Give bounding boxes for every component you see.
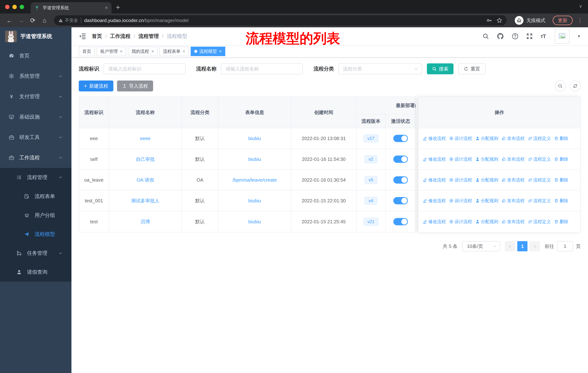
sidebar-fold-icon[interactable] xyxy=(79,33,86,40)
next-page-button[interactable]: › xyxy=(530,241,540,251)
version-badge[interactable]: v4 xyxy=(365,197,377,205)
op-删除[interactable]: 删除 xyxy=(554,177,568,183)
op-流程定义[interactable]: 流程定义 xyxy=(528,135,551,141)
model-name-link[interactable]: 自己审批 xyxy=(136,156,155,162)
op-发布流程[interactable]: 发布流程 xyxy=(502,156,525,162)
bookmark-star-icon[interactable] xyxy=(496,18,502,23)
op-删除[interactable]: 删除 xyxy=(554,135,568,141)
op-修改流程[interactable]: 修改流程 xyxy=(423,156,446,162)
active-toggle[interactable] xyxy=(393,135,408,142)
create-model-button[interactable]: + 新建流程 xyxy=(79,81,113,91)
help-icon[interactable] xyxy=(512,33,519,40)
op-设计流程[interactable]: 设计流程 xyxy=(449,177,472,183)
sidebar-item-工作流程[interactable]: 工作流程 xyxy=(0,148,72,168)
form-link[interactable]: biubiu xyxy=(248,136,261,141)
sidebar-item-流程表单[interactable]: 流程表单 xyxy=(0,187,72,206)
version-badge[interactable]: v17 xyxy=(363,134,378,143)
address-bar[interactable]: 不安全 dashboard.yudao.iocoder.cn/bpm/manag… xyxy=(54,15,507,26)
new-tab-button[interactable]: + xyxy=(116,3,120,11)
reset-button[interactable]: 重置 xyxy=(458,63,486,74)
search-icon[interactable] xyxy=(483,33,489,40)
op-删除[interactable]: 删除 xyxy=(554,198,568,204)
op-发布流程[interactable]: 发布流程 xyxy=(502,198,525,204)
back-icon[interactable]: ← xyxy=(4,15,15,26)
home-icon[interactable]: ⌂ xyxy=(39,15,50,26)
version-badge[interactable]: v5 xyxy=(365,176,377,184)
page-tag-我的流程[interactable]: 我的流程× xyxy=(128,47,158,56)
op-分配规则[interactable]: 分配规则 xyxy=(475,156,498,162)
page-tag-流程模型[interactable]: 流程模型× xyxy=(191,47,225,56)
close-window-button[interactable] xyxy=(5,5,10,9)
op-修改流程[interactable]: 修改流程 xyxy=(423,177,446,183)
tag-close-icon[interactable]: × xyxy=(183,49,185,54)
font-size-icon[interactable]: тT xyxy=(540,33,546,39)
sidebar-logo[interactable]: 芋道管理系统 xyxy=(0,27,72,46)
security-warning[interactable]: 不安全 xyxy=(58,18,78,23)
form-link[interactable]: biubiu xyxy=(248,156,261,162)
op-设计流程[interactable]: 设计流程 xyxy=(449,219,472,225)
sidebar-item-请假查询[interactable]: 请假查询 xyxy=(0,263,72,282)
op-修改流程[interactable]: 修改流程 xyxy=(423,198,446,204)
op-流程定义[interactable]: 流程定义 xyxy=(528,177,551,183)
tab-close-icon[interactable]: × xyxy=(105,5,108,10)
page-tag-首页[interactable]: 首页 xyxy=(79,47,95,56)
maximize-window-button[interactable] xyxy=(20,5,24,9)
tag-close-icon[interactable]: × xyxy=(151,49,154,54)
tab-search-caret-icon[interactable]: ∨ xyxy=(579,4,582,9)
op-分配规则[interactable]: 分配规则 xyxy=(475,177,498,183)
op-设计流程[interactable]: 设计流程 xyxy=(449,198,472,204)
tag-close-icon[interactable]: × xyxy=(219,49,222,54)
sidebar-item-任务管理[interactable]: 任务管理 xyxy=(0,244,72,263)
prev-page-button[interactable]: ‹ xyxy=(505,241,515,251)
op-分配规则[interactable]: 分配规则 xyxy=(475,198,498,204)
op-修改流程[interactable]: 修改流程 xyxy=(423,219,446,225)
sidebar-item-基础设施[interactable]: 基础设施 xyxy=(0,107,72,127)
version-badge[interactable]: v2 xyxy=(365,155,377,163)
sidebar-item-用户分组[interactable]: 用户分组 xyxy=(0,206,72,225)
sidebar-item-研发工具[interactable]: 研发工具 xyxy=(0,127,72,148)
sidebar-item-流程模型[interactable]: 流程模型 xyxy=(0,225,72,244)
model-name-link[interactable]: eeee xyxy=(140,136,151,141)
forward-icon[interactable]: → xyxy=(16,15,26,26)
op-流程定义[interactable]: 流程定义 xyxy=(528,198,551,204)
minimize-window-button[interactable] xyxy=(12,5,17,9)
page-tag-租户管理[interactable]: 租户管理× xyxy=(97,47,126,56)
form-link[interactable]: biubiu xyxy=(248,219,261,225)
op-流程定义[interactable]: 流程定义 xyxy=(528,156,551,162)
show-search-button[interactable] xyxy=(555,81,566,91)
password-key-icon[interactable] xyxy=(486,18,492,23)
op-删除[interactable]: 删除 xyxy=(554,219,568,225)
op-设计流程[interactable]: 设计流程 xyxy=(449,156,472,162)
reload-icon[interactable]: ⟳ xyxy=(28,15,38,26)
fullscreen-icon[interactable] xyxy=(526,33,533,40)
op-删除[interactable]: 删除 xyxy=(554,156,568,162)
page-1-button[interactable]: 1 xyxy=(517,241,527,251)
breadcrumb-workflow[interactable]: 工作流程 xyxy=(110,33,130,40)
sidebar-item-流程管理[interactable]: 流程管理 xyxy=(0,168,72,187)
op-设计流程[interactable]: 设计流程 xyxy=(449,135,472,141)
active-toggle[interactable] xyxy=(393,218,408,225)
op-流程定义[interactable]: 流程定义 xyxy=(528,219,551,225)
model-name-link[interactable]: OA 请假 xyxy=(136,177,154,183)
active-toggle[interactable] xyxy=(393,176,408,184)
tag-close-icon[interactable]: × xyxy=(120,49,123,54)
breadcrumb-home[interactable]: 首页 xyxy=(92,33,102,40)
filter-name-input[interactable] xyxy=(221,63,303,74)
sidebar-item-系统管理[interactable]: 系统管理 xyxy=(0,66,72,86)
op-发布流程[interactable]: 发布流程 xyxy=(502,177,525,183)
active-toggle[interactable] xyxy=(393,156,408,163)
page-tag-流程表单[interactable]: 流程表单× xyxy=(159,47,189,56)
filter-id-input[interactable] xyxy=(104,63,186,74)
browser-menu-icon[interactable]: ⋮ xyxy=(576,17,584,24)
github-icon[interactable] xyxy=(497,33,504,40)
url-text[interactable]: dashboard.yudao.iocoder.cn/bpm/manager/m… xyxy=(84,18,189,23)
avatar-caret-icon[interactable]: ▼ xyxy=(577,34,581,39)
page-size-select[interactable]: 10条/页 xyxy=(462,241,500,251)
form-link[interactable]: /bpm/oa/leave/create xyxy=(232,177,277,183)
op-发布流程[interactable]: 发布流程 xyxy=(502,135,525,141)
goto-page-input[interactable] xyxy=(557,241,573,251)
sidebar-item-首页[interactable]: 首页 xyxy=(0,46,72,66)
op-发布流程[interactable]: 发布流程 xyxy=(502,219,525,225)
search-button[interactable]: 搜索 xyxy=(427,63,453,74)
op-分配规则[interactable]: 分配规则 xyxy=(475,135,498,141)
